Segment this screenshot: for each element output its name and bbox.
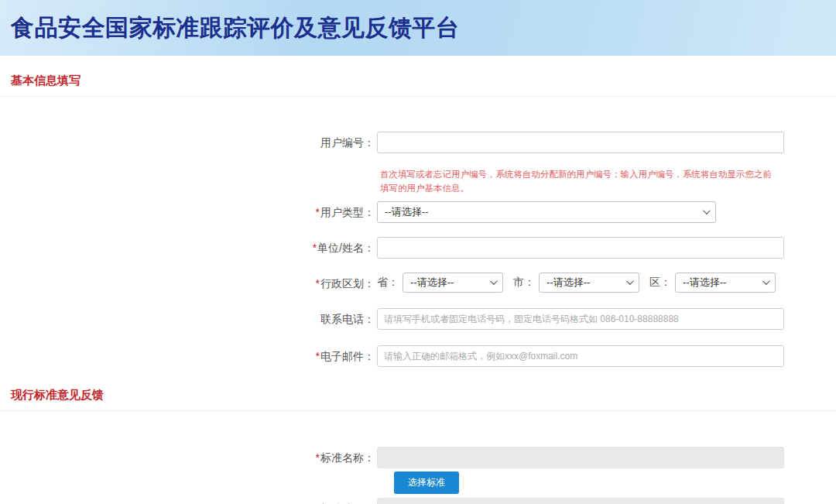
user-type-label-text: 用户类型： [320, 206, 375, 218]
phone-input[interactable] [377, 308, 784, 330]
form-row-unit-name: *单位/姓名： [0, 237, 836, 259]
section-feedback: 现行标准意见反馈 [0, 367, 836, 411]
required-asterisk: * [316, 350, 320, 362]
select-standard-button[interactable]: 选择标准 [394, 471, 459, 494]
city-label: 市： [513, 276, 535, 290]
user-id-label-text: 用户编号： [320, 136, 375, 149]
unit-name-label: *单位/姓名： [0, 237, 377, 255]
email-label-text: 电子邮件： [320, 350, 375, 362]
form-row-standard-name: *标准名称： [0, 447, 836, 468]
required-asterisk: * [313, 242, 317, 254]
email-label: *电子邮件： [0, 345, 377, 364]
region-label: *行政区划： [0, 273, 377, 291]
section-basic-info: 基本信息填写 [0, 56, 836, 97]
section-basic-info-title: 基本信息填写 [11, 74, 825, 88]
required-asterisk: * [316, 451, 320, 464]
region-label-text: 行政区划： [320, 277, 375, 290]
phone-label: 联系电话： [0, 308, 377, 327]
chevron-down-icon [490, 277, 498, 285]
form-row-standard-code: *标准编号： [0, 498, 836, 504]
form-row-email: *电子邮件： [0, 345, 836, 367]
standard-button-row: 选择标准 [394, 471, 836, 494]
user-type-select[interactable]: --请选择-- [377, 201, 716, 223]
user-id-input[interactable] [377, 132, 784, 153]
feedback-form: *标准名称： 选择标准 *标准编号： [0, 411, 836, 504]
form-row-user-type: *用户类型： --请选择-- [0, 201, 836, 223]
city-select[interactable]: --请选择-- [539, 273, 639, 293]
unit-name-label-text: 单位/姓名： [317, 242, 375, 254]
province-select-value: --请选择-- [410, 276, 454, 290]
chevron-down-icon [626, 277, 634, 285]
standard-name-label-text: 标准名称： [320, 451, 375, 464]
section-feedback-title: 现行标准意见反馈 [11, 388, 825, 403]
province-label: 省： [377, 276, 399, 290]
form-row-phone: 联系电话： [0, 308, 836, 330]
phone-label-text: 联系电话： [320, 313, 375, 325]
form-row-region: *行政区划： 省： --请选择-- 市： --请选择-- 区： --请选择-- [0, 273, 836, 293]
required-asterisk: * [316, 206, 320, 218]
user-type-select-value: --请选择-- [385, 205, 428, 219]
district-label: 区： [649, 276, 671, 290]
page-title: 食品安全国家标准跟踪评价及意见反馈平台 [11, 12, 460, 44]
standard-code-input [377, 498, 784, 504]
form-row-user-id: 用户编号： [0, 132, 836, 153]
unit-name-input[interactable] [377, 237, 784, 259]
email-input[interactable] [377, 345, 784, 367]
standard-name-input [377, 447, 784, 468]
user-type-label: *用户类型： [0, 201, 377, 220]
standard-code-label: *标准编号： [0, 498, 377, 504]
user-id-label: 用户编号： [0, 132, 377, 150]
district-select[interactable]: --请选择-- [675, 273, 776, 293]
chevron-down-icon [762, 277, 770, 285]
city-select-value: --请选择-- [546, 276, 590, 290]
required-asterisk: * [316, 277, 320, 290]
basic-info-form: 用户编号： 首次填写或者忘记用户编号，系统将自动分配新的用户编号；输入用户编号，… [0, 97, 836, 367]
chevron-down-icon [703, 207, 711, 214]
page-header: 食品安全国家标准跟踪评价及意见反馈平台 [0, 0, 836, 56]
district-select-value: --请选择-- [683, 276, 726, 290]
standard-name-label: *标准名称： [0, 447, 377, 465]
user-id-helper-text: 首次填写或者忘记用户编号，系统将自动分配新的用户编号；输入用户编号，系统将自动显… [380, 167, 776, 196]
province-select[interactable]: --请选择-- [403, 273, 503, 293]
